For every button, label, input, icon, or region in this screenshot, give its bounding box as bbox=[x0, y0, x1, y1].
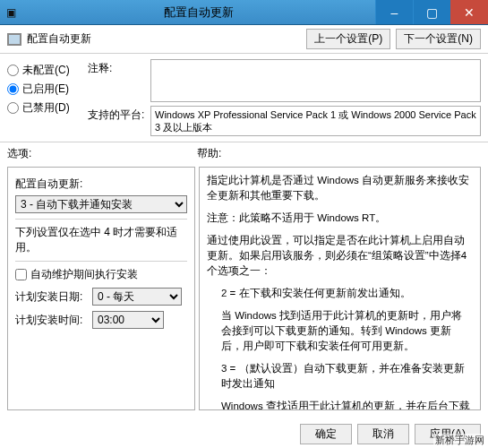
system-icon: ▣ bbox=[0, 6, 21, 19]
notes-label: 注释: bbox=[88, 59, 150, 76]
auto-maintenance-checkbox[interactable]: 自动维护期间执行安装 bbox=[15, 267, 187, 282]
help-p5: 当 Windows 找到适用于此计算机的更新时，用户将会接到可以下载更新的通知。… bbox=[221, 308, 473, 354]
install-time-label: 计划安装时间: bbox=[15, 313, 92, 328]
platform-label: 支持的平台: bbox=[88, 106, 150, 123]
state-radio-group: 未配置(C) 已启用(E) 已禁用(D) bbox=[7, 59, 88, 119]
ok-button[interactable]: 确定 bbox=[300, 424, 352, 444]
toolbar-label: 配置自动更新 bbox=[27, 31, 301, 47]
close-button[interactable]: ✕ bbox=[450, 0, 488, 24]
help-panel[interactable]: 指定此计算机是否通过 Windows 自动更新服务来接收安全更新和其他重要下载。… bbox=[199, 167, 481, 410]
configure-update-select[interactable]: 3 - 自动下载并通知安装 bbox=[15, 195, 187, 213]
install-day-select[interactable]: 0 - 每天 bbox=[92, 288, 182, 306]
previous-setting-button[interactable]: 上一个设置(P) bbox=[306, 29, 390, 49]
help-label: 帮助: bbox=[197, 146, 221, 161]
window-title: 配置自动更新 bbox=[21, 4, 375, 21]
header-row: 未配置(C) 已启用(E) 已禁用(D) 注释: 支持的平台: Windows … bbox=[0, 54, 488, 142]
radio-not-configured[interactable]: 未配置(C) bbox=[7, 63, 88, 78]
platform-box: Windows XP Professional Service Pack 1 或… bbox=[150, 106, 481, 136]
cancel-button[interactable]: 取消 bbox=[357, 424, 409, 444]
options-note: 下列设置仅在选中 4 时才需要和适用。 bbox=[15, 225, 187, 255]
section-labels: 选项: 帮助: bbox=[0, 142, 488, 163]
next-setting-button[interactable]: 下一个设置(N) bbox=[396, 29, 481, 49]
install-day-label: 计划安装日期: bbox=[15, 289, 92, 305]
options-label: 选项: bbox=[7, 146, 197, 161]
help-p4: 2 = 在下载和安装任何更新前发出通知。 bbox=[221, 286, 473, 301]
main-area: 配置自动更新: 3 - 自动下载并通知安装 下列设置仅在选中 4 时才需要和适用… bbox=[0, 163, 488, 414]
radio-disabled[interactable]: 已禁用(D) bbox=[7, 100, 88, 116]
help-p6: 3 = （默认设置）自动下载更新，并在准备安装更新时发出通知 bbox=[221, 361, 473, 392]
window-titlebar: ▣ 配置自动更新 – ▢ ✕ bbox=[0, 0, 488, 25]
radio-enabled[interactable]: 已启用(E) bbox=[7, 82, 88, 97]
help-p3: 通过使用此设置，可以指定是否在此计算机上启用自动更新。如果启用该服务，则必须在“… bbox=[207, 233, 473, 279]
notes-platform-wrap: 注释: 支持的平台: Windows XP Professional Servi… bbox=[88, 59, 481, 140]
window-controls: – ▢ ✕ bbox=[375, 0, 488, 24]
toolbar: 配置自动更新 上一个设置(P) 下一个设置(N) bbox=[0, 25, 488, 54]
help-p1: 指定此计算机是否通过 Windows 自动更新服务来接收安全更新和其他重要下载。 bbox=[207, 173, 473, 203]
apply-button[interactable]: 应用(A) bbox=[415, 424, 481, 444]
policy-icon bbox=[7, 33, 21, 46]
help-p2: 注意：此策略不适用于 Windows RT。 bbox=[207, 211, 473, 226]
install-time-select[interactable]: 03:00 bbox=[92, 311, 164, 329]
help-p7: Windows 查找适用于此计算机的更新，并在后台下载这些更新（在此过程中，用户… bbox=[221, 399, 473, 410]
configure-update-label: 配置自动更新: bbox=[15, 177, 187, 192]
dialog-buttons: 确定 取消 应用(A) bbox=[295, 424, 481, 444]
maximize-button[interactable]: ▢ bbox=[413, 0, 450, 24]
notes-textarea[interactable] bbox=[150, 59, 481, 102]
options-panel: 配置自动更新: 3 - 自动下载并通知安装 下列设置仅在选中 4 时才需要和适用… bbox=[7, 167, 195, 410]
minimize-button[interactable]: – bbox=[375, 0, 413, 24]
